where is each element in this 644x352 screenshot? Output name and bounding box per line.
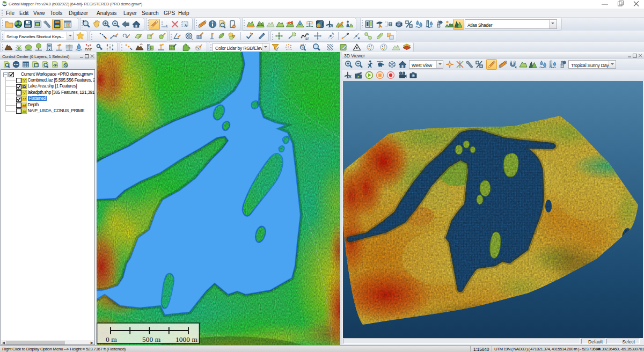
svg-text:500 m: 500 m [142,335,161,343]
svg-text:0 m: 0 m [106,335,117,343]
svg-text:1000 m: 1000 m [175,335,197,343]
